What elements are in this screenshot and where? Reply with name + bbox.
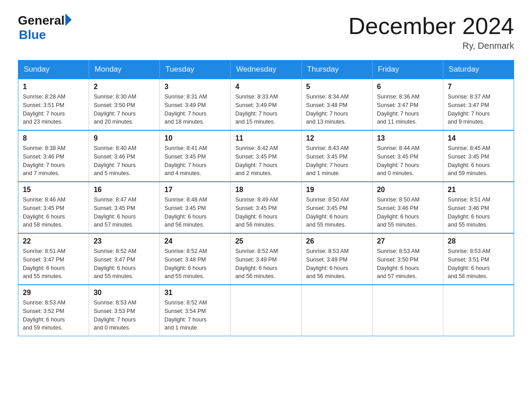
day-info: Sunrise: 8:52 AMSunset: 3:48 PMDaylight:… (164, 247, 226, 281)
day-number: 10 (164, 134, 226, 142)
calendar-day-cell (443, 285, 514, 336)
day-info: Sunrise: 8:47 AMSunset: 3:45 PMDaylight:… (94, 196, 155, 229)
calendar-day-cell (231, 285, 301, 336)
logo-general-text: General (18, 13, 64, 28)
calendar-day-cell: 12Sunrise: 8:43 AMSunset: 3:45 PMDayligh… (301, 130, 372, 182)
day-of-week-header: Friday (372, 60, 443, 79)
day-info: Sunrise: 8:53 AMSunset: 3:51 PMDaylight:… (448, 247, 509, 281)
day-info: Sunrise: 8:44 AMSunset: 3:45 PMDaylight:… (377, 144, 438, 178)
logo: General Blue (18, 13, 72, 42)
day-info: Sunrise: 8:37 AMSunset: 3:47 PMDaylight:… (448, 93, 509, 126)
day-number: 28 (448, 237, 509, 245)
calendar-day-cell: 13Sunrise: 8:44 AMSunset: 3:45 PMDayligh… (372, 130, 443, 182)
day-number: 30 (94, 289, 155, 297)
day-info: Sunrise: 8:52 AMSunset: 3:49 PMDaylight:… (235, 247, 296, 281)
day-number: 5 (306, 83, 368, 91)
calendar-day-cell: 22Sunrise: 8:51 AMSunset: 3:47 PMDayligh… (18, 233, 89, 285)
day-number: 4 (235, 83, 296, 91)
calendar-day-cell: 18Sunrise: 8:49 AMSunset: 3:45 PMDayligh… (231, 182, 301, 233)
calendar-day-cell: 16Sunrise: 8:47 AMSunset: 3:45 PMDayligh… (89, 182, 160, 233)
day-number: 23 (94, 237, 155, 245)
calendar-day-cell: 26Sunrise: 8:53 AMSunset: 3:49 PMDayligh… (301, 233, 372, 285)
day-info: Sunrise: 8:48 AMSunset: 3:45 PMDaylight:… (164, 196, 226, 229)
day-number: 9 (94, 134, 155, 142)
calendar-day-cell: 21Sunrise: 8:51 AMSunset: 3:46 PMDayligh… (443, 182, 514, 233)
calendar-week-row: 22Sunrise: 8:51 AMSunset: 3:47 PMDayligh… (18, 233, 514, 285)
calendar-day-cell: 9Sunrise: 8:40 AMSunset: 3:46 PMDaylight… (89, 130, 160, 182)
calendar-header: SundayMondayTuesdayWednesdayThursdayFrid… (18, 60, 514, 79)
calendar-week-row: 1Sunrise: 8:28 AMSunset: 3:51 PMDaylight… (18, 79, 514, 130)
day-number: 19 (306, 186, 368, 194)
day-info: Sunrise: 8:53 AMSunset: 3:52 PMDaylight:… (23, 299, 84, 332)
day-info: Sunrise: 8:40 AMSunset: 3:46 PMDaylight:… (94, 144, 155, 178)
calendar-day-cell: 27Sunrise: 8:53 AMSunset: 3:50 PMDayligh… (372, 233, 443, 285)
day-number: 18 (235, 186, 296, 194)
logo-blue-text: Blue (19, 28, 72, 42)
logo-triangle-icon (65, 13, 72, 26)
day-number: 15 (23, 186, 84, 194)
calendar-day-cell: 30Sunrise: 8:53 AMSunset: 3:53 PMDayligh… (89, 285, 160, 336)
day-number: 31 (164, 289, 226, 297)
day-of-week-header: Monday (89, 60, 160, 79)
calendar-body: 1Sunrise: 8:28 AMSunset: 3:51 PMDaylight… (18, 79, 514, 336)
calendar-day-cell: 5Sunrise: 8:34 AMSunset: 3:48 PMDaylight… (301, 79, 372, 130)
location-label: Ry, Denmark (348, 41, 514, 51)
day-of-week-header: Wednesday (231, 60, 301, 79)
day-number: 13 (377, 134, 438, 142)
day-info: Sunrise: 8:53 AMSunset: 3:53 PMDaylight:… (94, 299, 155, 332)
day-info: Sunrise: 8:46 AMSunset: 3:45 PMDaylight:… (23, 196, 84, 229)
day-info: Sunrise: 8:50 AMSunset: 3:45 PMDaylight:… (306, 196, 368, 229)
calendar-day-cell: 10Sunrise: 8:41 AMSunset: 3:45 PMDayligh… (160, 130, 231, 182)
day-number: 17 (164, 186, 226, 194)
day-info: Sunrise: 8:52 AMSunset: 3:47 PMDaylight:… (94, 247, 155, 281)
day-info: Sunrise: 8:33 AMSunset: 3:49 PMDaylight:… (235, 93, 296, 126)
calendar-day-cell: 3Sunrise: 8:31 AMSunset: 3:49 PMDaylight… (160, 79, 231, 130)
calendar-day-cell (301, 285, 372, 336)
calendar-day-cell: 4Sunrise: 8:33 AMSunset: 3:49 PMDaylight… (231, 79, 301, 130)
calendar-day-cell: 14Sunrise: 8:45 AMSunset: 3:45 PMDayligh… (443, 130, 514, 182)
day-number: 27 (377, 237, 438, 245)
calendar-day-cell: 6Sunrise: 8:36 AMSunset: 3:47 PMDaylight… (372, 79, 443, 130)
day-info: Sunrise: 8:36 AMSunset: 3:47 PMDaylight:… (377, 93, 438, 126)
day-number: 16 (94, 186, 155, 194)
calendar-day-cell: 25Sunrise: 8:52 AMSunset: 3:49 PMDayligh… (231, 233, 301, 285)
day-of-week-header: Sunday (18, 60, 89, 79)
calendar-day-cell: 31Sunrise: 8:52 AMSunset: 3:54 PMDayligh… (160, 285, 231, 336)
day-info: Sunrise: 8:53 AMSunset: 3:49 PMDaylight:… (306, 247, 368, 281)
calendar-day-cell: 1Sunrise: 8:28 AMSunset: 3:51 PMDaylight… (18, 79, 89, 130)
day-number: 11 (235, 134, 296, 142)
day-info: Sunrise: 8:30 AMSunset: 3:50 PMDaylight:… (94, 93, 155, 126)
day-of-week-header: Thursday (301, 60, 372, 79)
calendar-table: SundayMondayTuesdayWednesdayThursdayFrid… (18, 60, 514, 336)
day-info: Sunrise: 8:43 AMSunset: 3:45 PMDaylight:… (306, 144, 368, 178)
day-of-week-header: Tuesday (160, 60, 231, 79)
day-number: 21 (448, 186, 509, 194)
day-info: Sunrise: 8:52 AMSunset: 3:54 PMDaylight:… (164, 299, 226, 332)
day-number: 1 (23, 83, 84, 91)
day-number: 26 (306, 237, 368, 245)
calendar-day-cell: 23Sunrise: 8:52 AMSunset: 3:47 PMDayligh… (89, 233, 160, 285)
calendar-week-row: 15Sunrise: 8:46 AMSunset: 3:45 PMDayligh… (18, 182, 514, 233)
day-of-week-header: Saturday (443, 60, 514, 79)
title-area: December 2024 Ry, Denmark (348, 13, 514, 51)
calendar-week-row: 8Sunrise: 8:38 AMSunset: 3:46 PMDaylight… (18, 130, 514, 182)
day-info: Sunrise: 8:45 AMSunset: 3:45 PMDaylight:… (448, 144, 509, 178)
day-info: Sunrise: 8:53 AMSunset: 3:50 PMDaylight:… (377, 247, 438, 281)
day-number: 20 (377, 186, 438, 194)
day-info: Sunrise: 8:50 AMSunset: 3:46 PMDaylight:… (377, 196, 438, 229)
day-info: Sunrise: 8:49 AMSunset: 3:45 PMDaylight:… (235, 196, 296, 229)
day-number: 22 (23, 237, 84, 245)
day-number: 24 (164, 237, 226, 245)
day-info: Sunrise: 8:28 AMSunset: 3:51 PMDaylight:… (23, 93, 84, 126)
day-number: 8 (23, 134, 84, 142)
day-number: 12 (306, 134, 368, 142)
calendar-week-row: 29Sunrise: 8:53 AMSunset: 3:52 PMDayligh… (18, 285, 514, 336)
calendar-day-cell: 28Sunrise: 8:53 AMSunset: 3:51 PMDayligh… (443, 233, 514, 285)
day-info: Sunrise: 8:31 AMSunset: 3:49 PMDaylight:… (164, 93, 226, 126)
day-info: Sunrise: 8:38 AMSunset: 3:46 PMDaylight:… (23, 144, 84, 178)
day-info: Sunrise: 8:42 AMSunset: 3:45 PMDaylight:… (235, 144, 296, 178)
calendar-day-cell: 19Sunrise: 8:50 AMSunset: 3:45 PMDayligh… (301, 182, 372, 233)
calendar-day-cell: 17Sunrise: 8:48 AMSunset: 3:45 PMDayligh… (160, 182, 231, 233)
calendar-day-cell: 2Sunrise: 8:30 AMSunset: 3:50 PMDaylight… (89, 79, 160, 130)
header-row: SundayMondayTuesdayWednesdayThursdayFrid… (18, 60, 514, 79)
